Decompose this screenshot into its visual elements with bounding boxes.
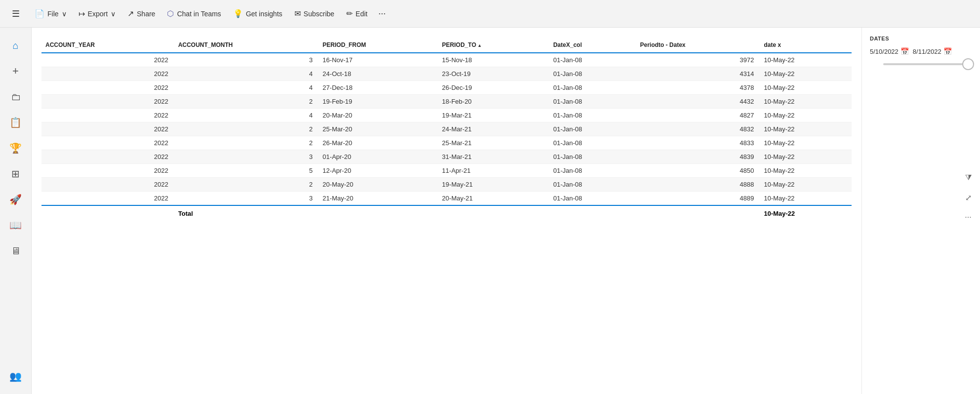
cell-datex-col: 01-Jan-08	[549, 192, 636, 206]
edit-button[interactable]: ✏ Edit	[341, 6, 372, 21]
cell-year: 2022	[41, 109, 174, 122]
date-slider-track[interactable]	[883, 63, 972, 65]
get-insights-button[interactable]: 💡 Get insights	[228, 6, 287, 21]
cell-periodto-datex: 4827	[636, 109, 760, 122]
cell-month: 4	[174, 81, 319, 95]
table-area: ACCOUNT_YEAR ACCOUNT_MONTH PERIOD_FROM P…	[32, 28, 861, 394]
data-table: ACCOUNT_YEAR ACCOUNT_MONTH PERIOD_FROM P…	[41, 38, 852, 221]
grid-icon: ⊞	[11, 168, 20, 180]
cell-periodto-datex: 4850	[636, 164, 760, 178]
date-row: 5/10/2022 📅 8/11/2022 📅	[870, 47, 972, 55]
cell-periodto-datex: 4432	[636, 95, 760, 109]
total-empty-1	[319, 205, 438, 221]
cell-from: 27-Dec-18	[319, 81, 438, 95]
menu-icon[interactable]: ☰	[8, 6, 24, 22]
total-empty-2	[438, 205, 549, 221]
cell-from: 19-Feb-19	[319, 95, 438, 109]
share-label: Share	[137, 10, 155, 18]
cell-periodto-datex: 4832	[636, 122, 760, 136]
date-from-input[interactable]: 5/10/2022 📅	[870, 47, 909, 55]
rocket-icon: 🚀	[9, 194, 22, 205]
export-icon: ↦	[79, 9, 85, 18]
cell-from: 20-Mar-20	[319, 109, 438, 122]
cell-periodto-datex: 4889	[636, 192, 760, 206]
file-chevron: ∨	[62, 10, 67, 18]
cell-date-x: 10-May-22	[760, 150, 852, 164]
cell-date-x: 10-May-22	[760, 192, 852, 206]
sidebar-item-grid[interactable]: ⊞	[4, 162, 28, 186]
cell-year: 2022	[41, 53, 174, 67]
col-account-month[interactable]: ACCOUNT_MONTH	[174, 38, 319, 53]
sidebar-item-folder[interactable]: 🗀	[4, 85, 28, 109]
expand-icon[interactable]: ⤢	[960, 190, 976, 205]
cell-to: 23-Oct-19	[438, 67, 549, 81]
total-empty-3	[549, 205, 636, 221]
panel-more-icon[interactable]: ···	[960, 209, 976, 225]
sidebar-item-trophy[interactable]: 🏆	[4, 136, 28, 160]
cell-datex-col: 01-Jan-08	[549, 81, 636, 95]
cell-year: 2022	[41, 95, 174, 109]
calendar-from-icon[interactable]: 📅	[900, 47, 909, 55]
cell-datex-col: 01-Jan-08	[549, 150, 636, 164]
chat-in-teams-button[interactable]: ⬡ Chat in Teams	[162, 6, 226, 21]
chat-in-teams-label: Chat in Teams	[177, 10, 221, 18]
cell-year: 2022	[41, 150, 174, 164]
calendar-to-icon[interactable]: 📅	[943, 47, 952, 55]
cell-year: 2022	[41, 81, 174, 95]
col-period-from[interactable]: PERIOD_FROM	[319, 38, 438, 53]
total-empty-4	[636, 205, 760, 221]
cell-year: 2022	[41, 136, 174, 150]
cell-to: 19-Mar-21	[438, 109, 549, 122]
date-slider-thumb[interactable]	[962, 58, 974, 70]
share-button[interactable]: ↗ Share	[122, 6, 160, 21]
cell-year: 2022	[41, 67, 174, 81]
export-chevron: ∨	[111, 10, 116, 18]
export-button[interactable]: ↦ Export ∨	[74, 6, 121, 21]
sidebar-item-book[interactable]: 📖	[4, 213, 28, 237]
col-periodto-datex[interactable]: Periodto - Datex	[636, 38, 760, 53]
total-label	[41, 205, 174, 221]
table-row: 2022 2 26-Mar-20 25-Mar-21 01-Jan-08 483…	[41, 136, 852, 150]
cell-from: 01-Apr-20	[319, 150, 438, 164]
get-insights-label: Get insights	[246, 10, 283, 18]
subscribe-button[interactable]: ✉ Subscribe	[289, 6, 339, 21]
cell-month: 2	[174, 122, 319, 136]
table-footer-row: Total 10-May-22	[41, 205, 852, 221]
cell-from: 21-May-20	[319, 192, 438, 206]
cell-datex-col: 01-Jan-08	[549, 95, 636, 109]
table-row: 2022 3 01-Apr-20 31-Mar-21 01-Jan-08 483…	[41, 150, 852, 164]
cell-datex-col: 01-Jan-08	[549, 109, 636, 122]
right-panel: DATES 5/10/2022 📅 8/11/2022 📅 ⧩ ⤢ ···	[861, 28, 980, 394]
date-from-value: 5/10/2022	[870, 48, 898, 55]
filter-icon[interactable]: ⧩	[960, 170, 976, 186]
sidebar-item-home[interactable]: ⌂	[4, 34, 28, 57]
file-label: File	[47, 10, 59, 18]
date-to-value: 8/11/2022	[913, 48, 941, 55]
col-date-x[interactable]: date x	[760, 38, 852, 53]
sidebar-item-clipboard[interactable]: 📋	[4, 111, 28, 134]
cell-month: 4	[174, 109, 319, 122]
cell-year: 2022	[41, 122, 174, 136]
col-datex-col[interactable]: DateX_col	[549, 38, 636, 53]
file-button[interactable]: 📄 File ∨	[30, 6, 72, 21]
sidebar-item-people[interactable]: 👥	[4, 364, 28, 388]
col-account-year[interactable]: ACCOUNT_YEAR	[41, 38, 174, 53]
cell-month: 2	[174, 136, 319, 150]
cell-year: 2022	[41, 164, 174, 178]
teams-icon: ⬡	[167, 9, 174, 18]
table-row: 2022 2 25-Mar-20 24-Mar-21 01-Jan-08 483…	[41, 122, 852, 136]
cell-from: 24-Oct-18	[319, 67, 438, 81]
cell-date-x: 10-May-22	[760, 109, 852, 122]
cell-periodto-datex: 4888	[636, 178, 760, 192]
cell-to: 24-Mar-21	[438, 122, 549, 136]
more-button[interactable]: ···	[374, 5, 390, 22]
edit-label: Edit	[356, 10, 368, 18]
sidebar-item-add[interactable]: +	[4, 59, 28, 83]
sidebar-item-rocket[interactable]: 🚀	[4, 188, 28, 211]
sidebar-item-monitor[interactable]: 🖥	[4, 239, 28, 263]
date-to-input[interactable]: 8/11/2022 📅	[913, 47, 952, 55]
col-period-to[interactable]: PERIOD_TO	[438, 38, 549, 53]
clipboard-icon: 📋	[9, 117, 22, 128]
cell-from: 16-Nov-17	[319, 53, 438, 67]
monitor-icon: 🖥	[11, 245, 21, 257]
